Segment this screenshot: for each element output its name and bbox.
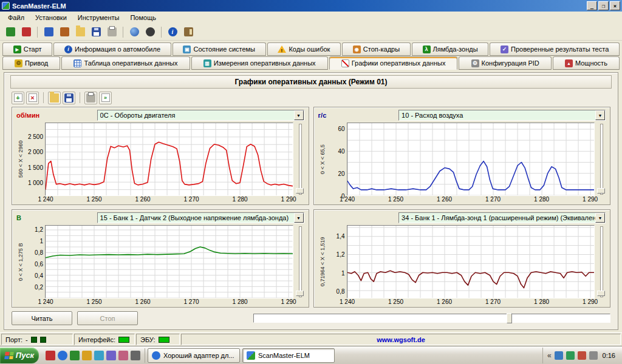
tab-start[interactable]: Старт bbox=[2, 42, 52, 56]
tab-test-results[interactable]: Проверенные результаты теста bbox=[490, 42, 620, 56]
chevron-down-icon[interactable]: ▼ bbox=[595, 213, 605, 223]
slider-thumb[interactable] bbox=[296, 188, 304, 194]
chevron-down-icon[interactable]: ▼ bbox=[595, 110, 605, 120]
maximize-button[interactable]: ❐ bbox=[598, 1, 609, 10]
port-value: - bbox=[26, 336, 28, 343]
slider-thumb[interactable] bbox=[296, 291, 304, 296]
exit-button[interactable] bbox=[181, 25, 196, 39]
controls-row: Читать Стоп bbox=[4, 310, 618, 329]
pid-select[interactable]: 34 - Банк 1 - Лямбда-зонд 1 (расширенный… bbox=[398, 212, 606, 223]
lambda-sensors-icon bbox=[423, 46, 431, 53]
y-tick-label: 0,2 bbox=[35, 284, 43, 291]
x-tick-label: 1 260 bbox=[437, 196, 452, 203]
timeline-slider[interactable] bbox=[253, 314, 610, 323]
y-scale-slider[interactable] bbox=[295, 225, 304, 298]
tray-expand-icon[interactable]: « bbox=[547, 351, 552, 360]
tab-label: Коды ошибок bbox=[289, 46, 330, 53]
volume-icon[interactable] bbox=[555, 351, 563, 360]
quick-launch-icon-7[interactable] bbox=[118, 351, 128, 360]
quick-launch-icon-4[interactable] bbox=[82, 351, 92, 360]
tab-system-status[interactable]: Состояние системы bbox=[173, 42, 266, 56]
menu-help[interactable]: Помощь bbox=[125, 13, 162, 22]
menu-settings[interactable]: Установки bbox=[30, 13, 72, 22]
print-graphs-button[interactable] bbox=[84, 92, 97, 104]
taskbar-task-scanmaster[interactable]: ScanMaster-ELM bbox=[242, 348, 335, 363]
taskbar: Пуск Хороший адаптер дл... ScanMaster-EL… bbox=[0, 346, 622, 364]
taskbar-task-adapter[interactable]: Хороший адаптер дл... bbox=[148, 348, 240, 363]
timeline-slider-thumb[interactable] bbox=[507, 313, 512, 323]
tray-clock[interactable]: 0:16 bbox=[603, 352, 615, 359]
data-table-icon bbox=[73, 59, 81, 67]
quick-launch-icon-8[interactable] bbox=[131, 351, 140, 360]
tab-lambda-sensors[interactable]: Лямбда-зонды bbox=[412, 42, 488, 56]
error-codes-icon bbox=[278, 46, 286, 53]
save-layout-button[interactable] bbox=[63, 92, 75, 104]
y-scale-slider[interactable] bbox=[596, 225, 606, 298]
remove-graph-button[interactable] bbox=[26, 92, 39, 104]
chevron-down-icon[interactable]: ▼ bbox=[294, 213, 304, 223]
y-scale-slider[interactable] bbox=[295, 123, 304, 196]
tab-vehicle-info[interactable]: Информация о автомобиле bbox=[53, 42, 171, 56]
slider-thumb[interactable] bbox=[597, 291, 605, 296]
interface-label: Интерфейс: bbox=[78, 336, 115, 343]
main-toolbar bbox=[0, 24, 622, 41]
connect-button[interactable] bbox=[3, 25, 18, 39]
interface-led-icon bbox=[118, 337, 129, 343]
read-button[interactable]: Читать bbox=[12, 311, 72, 325]
port-status-segment: Порт: - bbox=[1, 334, 73, 345]
quick-launch-icon-1[interactable] bbox=[46, 351, 55, 360]
save-button[interactable] bbox=[89, 25, 103, 39]
close-button[interactable]: × bbox=[610, 1, 620, 10]
record-button[interactable] bbox=[143, 25, 157, 39]
quick-launch-icon-3[interactable] bbox=[70, 351, 80, 360]
tab-label: Стоп-кадры bbox=[363, 46, 400, 53]
vehicle-button[interactable] bbox=[41, 25, 56, 39]
x-tick-label: 1 270 bbox=[485, 298, 501, 305]
quick-launch-icon-5[interactable] bbox=[94, 351, 104, 360]
export-button[interactable] bbox=[99, 92, 112, 104]
tab-live-data-measure[interactable]: Измерения оперативных данных bbox=[191, 56, 328, 70]
open-layout-button[interactable] bbox=[48, 92, 61, 104]
tab-power[interactable]: Мощность bbox=[553, 56, 620, 70]
tab-error-codes[interactable]: Коды ошибок bbox=[267, 42, 341, 56]
add-graph-button[interactable] bbox=[12, 92, 24, 104]
network-icon[interactable] bbox=[566, 351, 575, 360]
chart-panel-lambda-equivalence: 34 - Банк 1 - Лямбда-зонд 1 (расширенный… bbox=[313, 209, 611, 308]
stop-button[interactable]: Стоп bbox=[77, 311, 138, 325]
start-button[interactable]: Пуск bbox=[0, 348, 39, 363]
display-icon[interactable] bbox=[589, 351, 598, 360]
chevron-down-icon[interactable]: ▼ bbox=[294, 110, 304, 120]
print-button[interactable] bbox=[104, 25, 119, 39]
x-axis: 1 2401 2501 2601 2701 2801 290 bbox=[347, 196, 595, 204]
about-button[interactable] bbox=[165, 25, 180, 39]
tab-drive[interactable]: Привод bbox=[2, 56, 60, 70]
open-folder-icon bbox=[76, 27, 85, 36]
tab-pid-config[interactable]: Конфигурация PID bbox=[459, 56, 551, 70]
pid-select[interactable]: 15 - Банк 1 - Датчик 2 (Выходное напряже… bbox=[97, 212, 304, 223]
open-button[interactable] bbox=[73, 25, 87, 39]
tab-freeze-frames[interactable]: Стоп-кадры bbox=[342, 42, 411, 56]
website-link[interactable]: www.wgsoft.de bbox=[377, 336, 425, 343]
y-scale-slider[interactable] bbox=[596, 123, 606, 196]
disconnect-button[interactable] bbox=[19, 25, 33, 39]
language-button[interactable] bbox=[127, 25, 142, 39]
x-tick-label: 1 250 bbox=[388, 298, 403, 305]
ecu-button[interactable] bbox=[57, 25, 72, 39]
tab-label: Старт bbox=[24, 46, 42, 53]
slider-thumb[interactable] bbox=[597, 188, 605, 194]
info-icon bbox=[168, 27, 177, 36]
tab-live-data-table[interactable]: Таблица оперативных данных bbox=[61, 56, 190, 70]
website-segment: www.wgsoft.de bbox=[181, 334, 621, 345]
quick-launch-icon-6[interactable] bbox=[106, 351, 116, 360]
menu-tools[interactable]: Инструменты bbox=[72, 13, 125, 22]
minimize-button[interactable]: _ bbox=[587, 1, 597, 10]
menu-file[interactable]: Файл bbox=[2, 13, 30, 22]
app-icon bbox=[2, 2, 10, 10]
pid-select[interactable]: 0C - Обороты двигателя ▼ bbox=[97, 110, 304, 121]
antivirus-icon[interactable] bbox=[578, 351, 586, 360]
x-tick-label: 1 290 bbox=[583, 298, 598, 305]
pid-select[interactable]: 10 - Расход воздуха ▼ bbox=[398, 110, 606, 121]
y-tick-label: 1 bbox=[341, 269, 345, 276]
tab-live-data-graphs[interactable]: Графики оперативных данных bbox=[329, 56, 458, 70]
quick-launch-icon-2[interactable] bbox=[58, 351, 67, 360]
